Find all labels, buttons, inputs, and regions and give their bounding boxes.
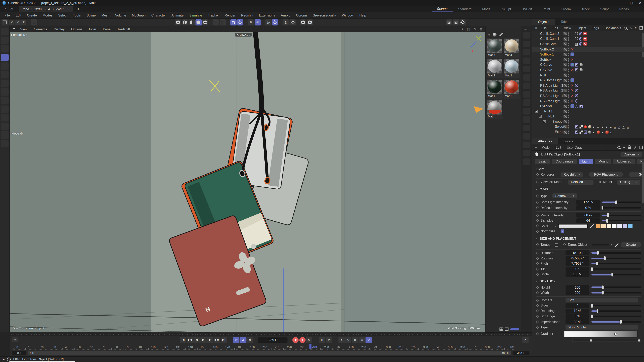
object-tags[interactable] xyxy=(575,94,578,97)
softbox-section-header[interactable]: ∨SOFTBOX xyxy=(532,277,644,285)
axis-lock-button[interactable]: Z xyxy=(21,20,26,25)
attribute-slider[interactable] xyxy=(592,305,641,306)
chip-tag-icon[interactable] xyxy=(584,130,587,134)
attribute-slider[interactable] xyxy=(592,287,641,288)
target-object-field[interactable] xyxy=(592,244,609,245)
redo-icon[interactable]: ↻ xyxy=(10,7,14,11)
om-menu-item[interactable]: Edit xyxy=(550,26,561,30)
material-ball-icon[interactable] xyxy=(493,32,496,36)
keying-option-button[interactable]: ⊘ xyxy=(366,337,372,343)
quantize-grid-icon[interactable]: # xyxy=(248,19,254,25)
vp-layout-icon[interactable]: ⊞ xyxy=(480,27,482,31)
trio-tag-icon[interactable] xyxy=(618,125,621,128)
viewport-menu-item[interactable]: Cameras xyxy=(30,27,50,31)
enable-state-icon[interactable] xyxy=(570,68,574,72)
object-tags[interactable] xyxy=(575,63,582,66)
viewport-burger-icon[interactable]: ≡ xyxy=(12,27,17,31)
pop-out-icon[interactable] xyxy=(640,146,643,149)
transport-button[interactable]: ◀ xyxy=(194,337,200,343)
visibility-dots-icon[interactable] xyxy=(568,110,569,111)
gradient-bar[interactable] xyxy=(564,331,638,338)
workspace-overflow-icon[interactable]: ⋮ xyxy=(636,7,644,11)
playhead[interactable]: 239 xyxy=(309,344,318,349)
workplane-icon[interactable] xyxy=(220,19,226,25)
type-dropdown[interactable]: Softbox xyxy=(552,193,577,198)
keying-option-button[interactable]: ▤ xyxy=(359,337,365,343)
object-row[interactable]: RS Dome Light xyxy=(532,78,644,83)
object-name[interactable]: Softbox.2 xyxy=(540,47,554,51)
object-row[interactable]: Extrude.1 xyxy=(532,129,644,135)
object-name[interactable]: Null xyxy=(540,73,546,77)
menu-item[interactable]: Simulate xyxy=(186,13,205,18)
object-row[interactable]: RS Area Light xyxy=(532,98,644,104)
layer-chip-icon[interactable] xyxy=(564,42,567,46)
target-tag-icon[interactable] xyxy=(575,94,578,97)
workspace-tab[interactable]: UVEdit xyxy=(516,6,537,12)
attribute-value-field[interactable]: 0 % xyxy=(566,314,589,319)
render-view-icon[interactable] xyxy=(446,19,452,25)
filter-icon[interactable]: ≡ xyxy=(623,145,625,149)
section-pill[interactable]: Coordinates xyxy=(552,159,577,164)
layer-chip-icon[interactable] xyxy=(564,89,567,92)
symmetry-icon[interactable]: )( xyxy=(282,19,289,25)
edit-mode-button[interactable] xyxy=(202,19,208,25)
object-name[interactable]: Sweep.3 xyxy=(552,120,565,123)
attribute-value-field[interactable]: 75.5687 ° xyxy=(566,256,589,261)
menu-item[interactable]: Edit xyxy=(13,13,24,18)
expand-toggle-icon[interactable] xyxy=(539,115,542,118)
attribute-slider[interactable] xyxy=(592,258,641,259)
tool-button[interactable] xyxy=(1,105,9,113)
target-tag-icon[interactable] xyxy=(575,84,578,87)
layer-chip-icon[interactable] xyxy=(564,79,567,82)
timeline-scroll-handle[interactable] xyxy=(510,328,519,330)
object-row[interactable]: RS Area Light.1 xyxy=(532,93,644,98)
layer-chip-icon[interactable] xyxy=(564,32,567,35)
color-preset[interactable] xyxy=(606,224,611,228)
enable-state-icon[interactable] xyxy=(570,58,574,61)
object-tags[interactable] xyxy=(575,68,582,72)
hier-tag-icon[interactable] xyxy=(575,105,578,108)
attribute-slider[interactable] xyxy=(592,263,641,265)
keying-option-button[interactable]: ◈ xyxy=(338,337,345,343)
section-pill[interactable]: Light xyxy=(578,159,593,164)
dock-command-button[interactable] xyxy=(523,108,530,114)
attribute-slider[interactable] xyxy=(592,292,641,293)
manager-tab[interactable]: Takes xyxy=(555,19,575,25)
attribute-slider[interactable] xyxy=(592,316,641,317)
color-preset[interactable] xyxy=(612,224,616,228)
visibility-dots-icon[interactable] xyxy=(568,69,569,70)
redshift-badge-icon[interactable] xyxy=(300,19,306,25)
playback-toggle[interactable]: ◀) xyxy=(247,337,253,343)
new-tab-button[interactable]: + xyxy=(77,7,80,11)
single-view-icon[interactable] xyxy=(505,328,508,331)
tool-button[interactable] xyxy=(1,28,9,35)
corners-dropdown[interactable]: Soft xyxy=(566,298,638,303)
close-button[interactable]: ✕ xyxy=(639,1,642,5)
menu-item[interactable]: MoGraph xyxy=(129,13,148,18)
back-icon[interactable]: ← xyxy=(600,145,604,149)
menu-item[interactable]: Spline xyxy=(84,13,98,18)
trio-tag-icon[interactable] xyxy=(622,125,626,128)
corner-tag-icon[interactable] xyxy=(575,63,578,66)
grid-lock-icon[interactable]: # xyxy=(254,19,260,25)
visibility-dots-icon[interactable] xyxy=(568,48,569,49)
attribute-slider[interactable] xyxy=(602,215,641,216)
visibility-dots-icon[interactable] xyxy=(568,99,569,101)
enable-state-icon[interactable] xyxy=(570,104,574,108)
gradient-marker[interactable] xyxy=(638,340,640,342)
tool-button[interactable] xyxy=(1,88,9,96)
attribute-value-field[interactable]: 0 % xyxy=(576,205,600,210)
om-menu-item[interactable]: Tags xyxy=(589,26,602,30)
record-button[interactable]: ◆ xyxy=(292,337,299,343)
workspace-tab[interactable]: Script xyxy=(595,6,614,12)
menu-item[interactable]: Tools xyxy=(70,13,84,18)
layer-chip-icon[interactable] xyxy=(564,110,567,113)
menu-item[interactable]: Modes xyxy=(40,13,55,18)
coord-system-icon[interactable]: ∟ xyxy=(31,19,37,25)
dock-command-button[interactable] xyxy=(523,82,530,89)
viewport-menu-item[interactable]: Options xyxy=(68,27,86,31)
ballred-tag-icon[interactable] xyxy=(596,130,600,134)
layer-chip-icon[interactable] xyxy=(564,37,567,40)
tri-tag-icon[interactable] xyxy=(601,125,604,128)
object-row[interactable]: Sweep.3 xyxy=(532,119,644,124)
